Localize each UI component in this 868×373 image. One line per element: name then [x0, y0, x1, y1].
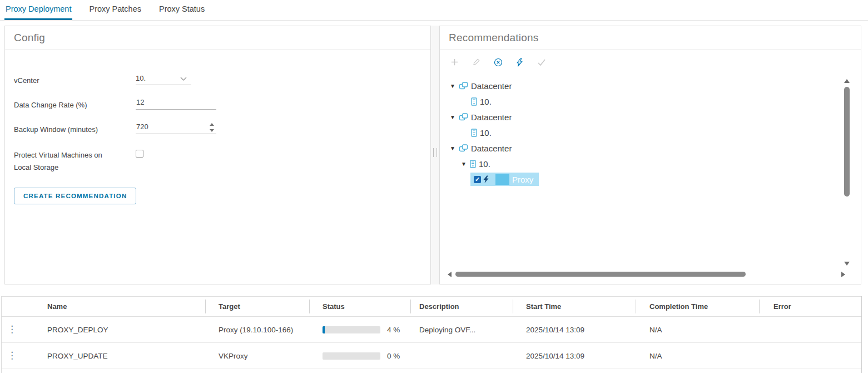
backup-window-input[interactable]: [136, 121, 216, 134]
column-header-error[interactable]: Error: [759, 297, 861, 316]
tab-proxy-deployment[interactable]: Proxy Deployment: [4, 0, 72, 20]
cell-completion-time: N/A: [636, 352, 759, 360]
circle-x-icon[interactable]: [493, 57, 503, 67]
cell-name: PROXY_DEPLOY: [34, 326, 205, 334]
table-scrollbar-edge: [861, 296, 862, 373]
tree-node-host-2[interactable]: 10.: [440, 125, 829, 140]
tab-proxy-status[interactable]: Proxy Status: [158, 0, 206, 20]
progress-bar-fill: [323, 326, 325, 333]
proxy-node-label: Proxy: [510, 175, 533, 184]
splitter-handle-icon: [433, 148, 437, 157]
cell-description: Deploying OVF...: [410, 326, 513, 334]
column-header-name[interactable]: Name: [34, 297, 205, 316]
recommendations-toolbar: [450, 57, 546, 67]
recommendations-panel-header: Recommendations: [440, 26, 861, 50]
progress-bar: [323, 352, 380, 360]
tree-node-proxy-row: ✓ Proxy: [440, 171, 829, 187]
scroll-right-icon[interactable]: [841, 272, 845, 277]
protect-vm-label-line1: Protect Virtual Machines on: [14, 151, 102, 159]
cell-target: VKProxy: [205, 352, 309, 360]
table-row-proxy-update: ⋮ PROXY_UPDATE VKProxy 0 % 2025/10/14 13…: [2, 343, 861, 369]
kebab-menu-icon[interactable]: ⋮: [7, 324, 17, 335]
cell-status: 4 %: [309, 326, 410, 334]
tree-vertical-scrollbar[interactable]: [844, 79, 850, 271]
check-icon[interactable]: [537, 57, 546, 67]
panel-splitter[interactable]: [431, 26, 439, 284]
plus-icon[interactable]: [450, 57, 459, 67]
horizontal-scroll-thumb[interactable]: [455, 272, 746, 277]
cell-target: Proxy (19.10.100-166): [205, 326, 309, 334]
app-window: Proxy Deployment Proxy Patches Proxy Sta…: [0, 0, 868, 373]
data-change-rate-input[interactable]: [136, 96, 216, 110]
caret-down-icon[interactable]: ▼: [449, 145, 456, 151]
caret-down-icon[interactable]: ▼: [460, 161, 467, 167]
tree-node-datacenter-2[interactable]: ▼ Datacenter: [440, 109, 829, 125]
protect-vm-checkbox[interactable]: [136, 150, 143, 158]
stepper-up-icon[interactable]: [210, 123, 214, 126]
task-table: Name Target Status Description Start Tim…: [1, 296, 861, 373]
column-header-start-time[interactable]: Start Time: [513, 297, 636, 316]
tree-node-label: Datacenter: [471, 144, 512, 153]
lightning-small-icon: [483, 175, 489, 184]
tree-horizontal-scrollbar[interactable]: [448, 271, 845, 278]
tab-proxy-patches[interactable]: Proxy Patches: [88, 0, 142, 20]
protect-vm-field-row: Protect Virtual Machines on Local Storag…: [14, 149, 102, 174]
column-header-completion-time[interactable]: Completion Time: [636, 297, 759, 316]
tab-bar: Proxy Deployment Proxy Patches Proxy Sta…: [0, 0, 868, 21]
tree-node-label: 10.: [480, 128, 492, 138]
task-table-header: Name Target Status Description Start Tim…: [2, 297, 861, 317]
data-change-rate-field-row: Data Change Rate (%): [14, 100, 87, 110]
recommendations-panel: Recommendations ▼: [439, 26, 861, 284]
host-icon: [470, 160, 476, 168]
table-row-proxy-deploy: ⋮ PROXY_DEPLOY Proxy (19.10.100-166) 4 %…: [2, 317, 861, 343]
tree-node-proxy-selected[interactable]: ✓ Proxy: [470, 173, 539, 186]
vcenter-select[interactable]: 10.: [136, 72, 191, 85]
datacenter-icon: [459, 81, 468, 90]
vcenter-selected-value: 10.: [136, 74, 146, 82]
config-panel-header: Config: [5, 26, 430, 50]
progress-bar: [323, 326, 380, 333]
host-icon: [471, 97, 477, 106]
caret-down-icon[interactable]: ▼: [449, 83, 456, 89]
progress-label: 4 %: [387, 326, 400, 334]
scroll-up-icon[interactable]: [844, 79, 850, 83]
cell-start-time: 2025/10/14 13:09: [513, 352, 636, 360]
tree-node-host-1[interactable]: 10.: [440, 94, 829, 109]
config-panel: Config vCenter 10. Data Change Rate (%) …: [4, 26, 431, 284]
column-header-description[interactable]: Description: [410, 297, 513, 316]
vcenter-field-row: vCenter 10.: [14, 75, 39, 85]
datacenter-icon: [459, 112, 468, 121]
column-header-target[interactable]: Target: [205, 297, 309, 316]
data-change-rate-label: Data Change Rate (%): [14, 101, 87, 109]
datacenter-icon: [459, 144, 468, 153]
backup-window-label: Backup Window (minutes): [14, 125, 98, 134]
vcenter-label: vCenter: [14, 76, 39, 85]
tree-node-datacenter-3[interactable]: ▼ Datacenter: [440, 140, 829, 156]
column-header-actions: [2, 297, 34, 316]
scroll-left-icon[interactable]: [448, 272, 452, 277]
tree-node-label: Datacenter: [471, 81, 512, 91]
chevron-down-icon: [180, 77, 187, 81]
tree-node-host-3[interactable]: ▼ 10.: [440, 156, 829, 171]
create-recommendation-button[interactable]: CREATE RECOMMENDATION: [14, 188, 136, 204]
backup-window-field-row: Backup Window (minutes): [14, 124, 98, 134]
cell-completion-time: N/A: [636, 326, 759, 334]
proxy-vm-icon: [495, 174, 509, 185]
kebab-menu-icon[interactable]: ⋮: [7, 350, 17, 361]
tree-node-label: 10.: [480, 97, 492, 106]
lightning-icon[interactable]: [515, 57, 524, 67]
cell-name: PROXY_UPDATE: [34, 352, 205, 360]
tree-node-label: Datacenter: [471, 112, 512, 122]
config-panel-title: Config: [14, 32, 45, 44]
column-header-status[interactable]: Status: [309, 297, 410, 316]
protect-vm-label-line2: Local Storage: [14, 163, 58, 171]
backup-window-stepper: [210, 122, 215, 133]
proxy-checkbox[interactable]: ✓: [474, 176, 481, 183]
recommendations-tree: ▼ Datacenter 10. ▼ Datacenter: [440, 78, 829, 187]
tree-node-datacenter-1[interactable]: ▼ Datacenter: [440, 78, 829, 94]
pencil-icon[interactable]: [472, 57, 481, 67]
scroll-down-icon[interactable]: [844, 262, 850, 266]
vertical-scroll-thumb[interactable]: [844, 87, 850, 197]
caret-down-icon[interactable]: ▼: [449, 114, 456, 120]
stepper-down-icon[interactable]: [210, 129, 214, 132]
